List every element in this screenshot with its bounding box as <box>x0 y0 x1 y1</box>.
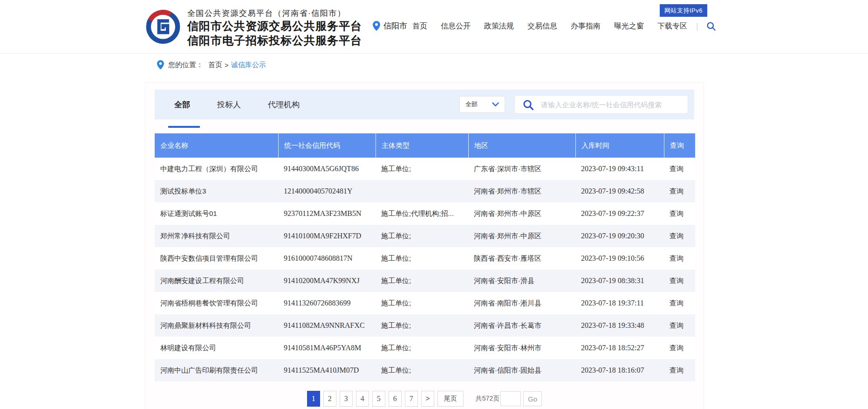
table-row: 中建电力工程（深圳）有限公司91440300MA5G6JQT86施工单位;广东省… <box>155 158 695 180</box>
entry-time-cell: 2023-07-18 19:33:48 <box>575 314 664 337</box>
nav-item-info-disclosure[interactable]: 信息公开 <box>441 21 471 31</box>
breadcrumb-home-link[interactable]: 首页 <box>208 61 222 69</box>
category-tabs: 全部 投标人 代理机构 <box>174 99 300 110</box>
table-body: 中建电力工程（深圳）有限公司91440300MA5G6JQT86施工单位;广东省… <box>155 158 695 381</box>
page-buttons: 1234567 <box>307 391 418 407</box>
city-selector[interactable]: 信阳市 <box>373 21 407 31</box>
query-link[interactable]: 查询 <box>664 270 695 292</box>
nav-item-policies[interactable]: 政策法规 <box>484 21 514 31</box>
page-button-1[interactable]: 1 <box>307 391 320 407</box>
page-jump-input[interactable] <box>500 391 521 406</box>
credit-code-cell: 12140000405702481Y <box>278 180 376 202</box>
entity-type-cell: 施工单位; <box>376 359 468 381</box>
table-row: 河南中山广告印刷有限责任公司91411525MA410JM07D施工单位;河南省… <box>155 359 695 381</box>
nav-divider: | <box>696 21 698 31</box>
page-button-4[interactable]: 4 <box>356 391 369 407</box>
nav-item-guide[interactable]: 办事指南 <box>571 21 601 31</box>
site-titles: 全国公共资源交易平台（河南省·信阳市） 信阳市公共资源交易公共服务平台 信阳市电… <box>187 7 362 46</box>
breadcrumb: 您的位置： 首页 > 诚信库公示 <box>157 60 868 69</box>
page-button-3[interactable]: 3 <box>340 391 353 407</box>
query-link[interactable]: 查询 <box>664 180 695 202</box>
nav-item-downloads[interactable]: 下载专区 <box>657 21 687 31</box>
breadcrumb-separator: > <box>225 61 229 69</box>
search-icon[interactable] <box>523 99 533 110</box>
col-header-company-name: 企业名称 <box>155 133 278 158</box>
entity-type-cell: 施工单位; <box>376 270 468 292</box>
region-cell: 广东省·深圳市·市辖区 <box>468 158 575 180</box>
entity-type-cell: 施工单位; <box>376 247 468 270</box>
table-row: 河南酬安建设工程有限公司91410200MA47K99NXJ施工单位;河南省·安… <box>155 270 695 292</box>
company-name-cell: 河南省梧桐巷餐饮管理有限公司 <box>155 292 278 314</box>
page-button-5[interactable]: 5 <box>372 391 385 407</box>
company-name-cell: 郑州常净科技有限公司 <box>155 225 278 247</box>
region-cell: 河南省·郑州市·中原区 <box>468 202 575 225</box>
region-cell: 河南省·郑州市·中原区 <box>468 225 575 247</box>
col-header-query: 查询 <box>664 133 695 158</box>
nav-search-icon[interactable] <box>706 21 716 31</box>
query-link[interactable]: 查询 <box>664 225 695 247</box>
credit-code-cell: 91440300MA5G6JQT86 <box>278 158 376 180</box>
company-name-cell: 林明建设有限公司 <box>155 337 278 359</box>
header: 全国公共资源交易平台（河南省·信阳市） 信阳市公共资源交易公共服务平台 信阳市电… <box>0 0 868 54</box>
content-card: 全部 投标人 代理机构 全部 企业名称 统一社会信用代码 <box>145 82 704 409</box>
credit-code-cell: 91411082MA9NNRAFXC <box>278 314 376 337</box>
company-name-cell: 测试投标单位3 <box>155 180 278 202</box>
query-link[interactable]: 查询 <box>664 158 695 180</box>
entity-type-cell: 施工单位; <box>376 225 468 247</box>
last-page-button[interactable]: 尾页 <box>437 391 464 407</box>
query-link[interactable]: 查询 <box>664 202 695 225</box>
site-logo-link[interactable]: 全国公共资源交易平台（河南省·信阳市） 信阳市公共资源交易公共服务平台 信阳市电… <box>144 7 362 46</box>
query-link[interactable]: 查询 <box>664 292 695 314</box>
entry-time-cell: 2023-07-19 09:10:56 <box>575 247 664 270</box>
tab-bidders[interactable]: 投标人 <box>217 99 241 110</box>
credit-code-cell: 91410200MA47K99NXJ <box>278 270 376 292</box>
entity-type-cell: 施工单位; <box>376 337 468 359</box>
filter-toolbar: 全部 投标人 代理机构 全部 <box>155 90 694 119</box>
region-cell: 陕西省·西安市·雁塔区 <box>468 247 575 270</box>
company-name-cell: 河南酬安建设工程有限公司 <box>155 270 278 292</box>
entry-time-cell: 2023-07-18 19:37:11 <box>575 292 664 314</box>
entry-time-cell: 2023-07-19 09:22:37 <box>575 202 664 225</box>
table-header-row: 企业名称 统一社会信用代码 主体类型 地区 入库时间 查询 <box>155 133 695 158</box>
company-name-cell: 标证通测试账号01 <box>155 202 278 225</box>
col-header-entity-type: 主体类型 <box>376 133 468 158</box>
breadcrumb-prefix: 您的位置： <box>168 61 203 69</box>
entry-time-cell: 2023-07-18 18:16:07 <box>575 359 664 381</box>
nav-item-exposure[interactable]: 曝光之窗 <box>614 21 644 31</box>
search-input[interactable] <box>540 100 683 109</box>
page-button-2[interactable]: 2 <box>323 391 336 407</box>
page-button-7[interactable]: 7 <box>405 391 418 407</box>
credit-code-cell: 91610000748608817N <box>278 247 376 270</box>
chevron-down-icon <box>492 102 499 107</box>
region-cell: 河南省·郑州市·市辖区 <box>468 180 575 202</box>
city-label: 信阳市 <box>383 21 407 31</box>
query-link[interactable]: 查询 <box>664 314 695 337</box>
tab-all[interactable]: 全部 <box>174 99 190 110</box>
table-row: 郑州常净科技有限公司91410100MA9F2HXF7D施工单位;河南省·郑州市… <box>155 225 695 247</box>
next-page-button[interactable]: > <box>421 391 434 407</box>
entry-time-cell: 2023-07-19 09:43:11 <box>575 158 664 180</box>
nav-item-trade-info[interactable]: 交易信息 <box>527 21 557 31</box>
col-header-credit-code: 统一社会信用代码 <box>278 133 376 158</box>
table-row: 河南省梧桐巷餐饮管理有限公司914113260726883699施工单位;河南省… <box>155 292 695 314</box>
table-row: 标证通测试账号0192370112MA3F23MB5N施工单位;代理机构;招..… <box>155 202 695 225</box>
entry-time-cell: 2023-07-19 08:38:31 <box>575 270 664 292</box>
query-link[interactable]: 查询 <box>664 359 695 381</box>
col-header-entry-time: 入库时间 <box>575 133 664 158</box>
company-table: 企业名称 统一社会信用代码 主体类型 地区 入库时间 查询 中建电力工程（深圳）… <box>155 133 695 381</box>
credit-code-cell: 91410581MA46P5YA8M <box>278 337 376 359</box>
breadcrumb-current-link[interactable]: 诚信库公示 <box>231 61 266 69</box>
query-link[interactable]: 查询 <box>664 247 695 270</box>
page-button-6[interactable]: 6 <box>389 391 402 407</box>
page: { "ipv6_badge": "网站支持IPv6", "header": { … <box>0 0 868 409</box>
pagination: 1234567 > 尾页 共572页 Go <box>155 391 694 407</box>
tab-agencies[interactable]: 代理机构 <box>268 99 300 110</box>
category-dropdown[interactable]: 全部 <box>459 96 505 113</box>
go-button[interactable]: Go <box>523 391 542 406</box>
dropdown-selected-value: 全部 <box>465 100 478 109</box>
search-box <box>514 95 688 114</box>
table-row: 河南鼎聚新材料科技有限公司91411082MA9NNRAFXC施工单位;河南省·… <box>155 314 695 337</box>
entity-type-cell <box>376 180 468 202</box>
nav-item-home[interactable]: 首页 <box>412 21 427 31</box>
query-link[interactable]: 查询 <box>664 337 695 359</box>
